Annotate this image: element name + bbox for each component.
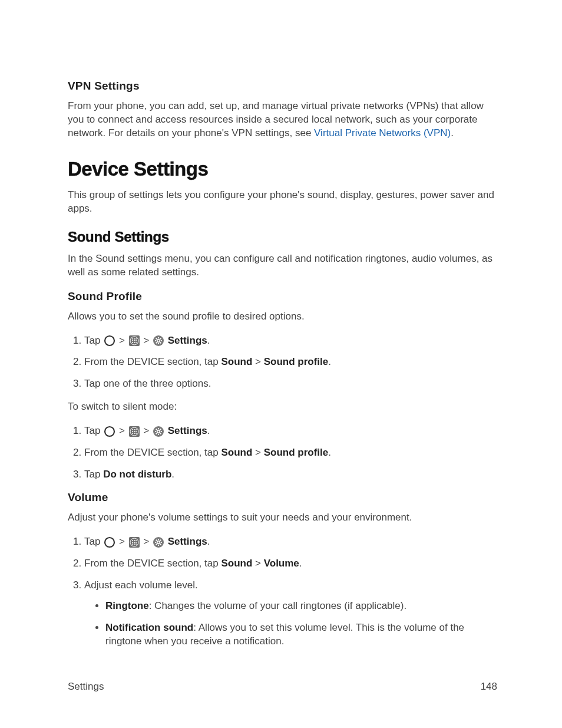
list-volume: Tap > > Settings. From the DEVICE sectio… (68, 535, 497, 648)
apps-grid-icon (128, 536, 140, 548)
list-item: Tap > > Settings. (84, 424, 497, 438)
svg-point-31 (132, 433, 133, 434)
heading-vpn-settings: VPN Settings (68, 80, 497, 93)
apps-grid-icon (128, 426, 140, 437)
heading-sound-settings: Sound Settings (68, 229, 497, 245)
list-item: From the DEVICE section, tap Sound > Sou… (84, 355, 497, 369)
svg-point-34 (153, 426, 164, 437)
svg-point-27 (135, 429, 137, 430)
text: : Changes the volume of your call ringto… (149, 600, 407, 611)
paragraph-device: This group of settings lets you configur… (68, 189, 497, 216)
svg-point-52 (135, 542, 137, 543)
list-item: Tap > > Settings. (84, 334, 497, 348)
svg-point-4 (134, 338, 135, 340)
svg-point-47 (132, 540, 133, 541)
svg-rect-39 (161, 431, 162, 432)
footer-section: Settings (68, 681, 104, 693)
page: VPN Settings From your phone, you can ad… (0, 0, 562, 728)
text-bold: Sound (221, 356, 252, 367)
svg-point-8 (135, 340, 137, 341)
svg-point-25 (132, 429, 133, 430)
svg-point-29 (134, 431, 135, 432)
text: . (328, 447, 331, 458)
list-item: From the DEVICE section, tap Sound > Vol… (84, 557, 497, 571)
settings-gear-icon (153, 335, 164, 347)
svg-point-32 (134, 433, 135, 434)
text-settings-label: Settings (168, 425, 207, 436)
svg-rect-17 (161, 340, 162, 341)
text: > (119, 536, 128, 547)
text: . (207, 536, 210, 547)
list-item: Adjust each volume level. Ringtone: Chan… (84, 579, 497, 648)
list-item: Ringtone: Changes the volume of your cal… (105, 599, 497, 613)
list-volume-sub: Ringtone: Changes the volume of your cal… (84, 599, 497, 648)
text-bold: Ringtone (105, 600, 149, 611)
home-circle-icon (104, 335, 115, 347)
svg-rect-38 (155, 431, 156, 432)
text: . (299, 558, 302, 569)
text: . (451, 127, 454, 139)
text: . (328, 356, 331, 367)
svg-rect-61 (161, 542, 162, 543)
svg-point-50 (132, 542, 133, 543)
text: . (171, 469, 174, 480)
svg-point-0 (105, 336, 114, 345)
text: . (207, 335, 210, 346)
text-bold: Sound profile (264, 356, 329, 367)
text-bold: Notification sound (105, 622, 193, 633)
text: > (143, 335, 152, 346)
svg-point-12 (153, 335, 164, 346)
text: > (252, 356, 263, 367)
text: > (252, 447, 263, 458)
text: Tap (84, 536, 103, 547)
home-circle-icon (104, 426, 115, 437)
home-circle-icon (104, 536, 115, 548)
svg-point-7 (134, 340, 135, 341)
link-vpn[interactable]: Virtual Private Networks (VPN) (314, 127, 451, 139)
svg-point-44 (105, 538, 114, 547)
svg-point-56 (153, 537, 164, 548)
text-bold: Do not disturb (103, 469, 171, 480)
text-bold: Sound (221, 558, 252, 569)
list-item: Tap Do not disturb. (84, 468, 497, 482)
svg-point-54 (134, 543, 135, 545)
svg-point-55 (135, 543, 137, 545)
svg-rect-15 (158, 343, 159, 344)
svg-point-10 (134, 342, 135, 343)
text: From the DEVICE section, tap (84, 356, 221, 367)
list-item: From the DEVICE section, tap Sound > Sou… (84, 446, 497, 460)
svg-point-53 (132, 543, 133, 545)
heading-volume: Volume (68, 491, 497, 504)
text-settings-label: Settings (168, 335, 207, 346)
list-item: Notification sound: Allows you to set th… (105, 621, 497, 648)
svg-rect-36 (158, 428, 159, 429)
paragraph-sound: In the Sound settings menu, you can conf… (68, 252, 497, 279)
text: Tap (84, 469, 103, 480)
paragraph-sound-profile: Allows you to set the sound profile to d… (68, 310, 497, 324)
text: Tap (84, 335, 103, 346)
svg-rect-37 (158, 434, 159, 435)
svg-point-11 (135, 342, 137, 343)
text: . (207, 425, 210, 436)
svg-rect-59 (158, 544, 159, 545)
text: > (143, 425, 152, 436)
text: From the DEVICE section, tap (84, 447, 221, 458)
footer-page-number: 148 (481, 681, 497, 693)
text: > (143, 536, 152, 547)
paragraph-vpn: From your phone, you can add, set up, an… (68, 100, 497, 140)
text: > (119, 425, 128, 436)
heading-sound-profile: Sound Profile (68, 290, 497, 303)
svg-rect-14 (158, 337, 159, 338)
text: > (119, 335, 128, 346)
svg-point-48 (134, 540, 135, 541)
page-footer: Settings 148 (68, 681, 497, 693)
settings-gear-icon (153, 426, 164, 437)
settings-gear-icon (153, 536, 164, 548)
text: From the DEVICE section, tap (84, 558, 221, 569)
svg-point-30 (135, 431, 137, 432)
paragraph-volume: Adjust your phone's volume settings to s… (68, 511, 497, 525)
svg-point-49 (135, 540, 137, 541)
list-sound-profile: Tap > > Settings. From the DEVICE sectio… (68, 334, 497, 391)
svg-point-9 (132, 342, 133, 343)
list-silent-mode: Tap > > Settings. From the DEVICE sectio… (68, 424, 497, 482)
